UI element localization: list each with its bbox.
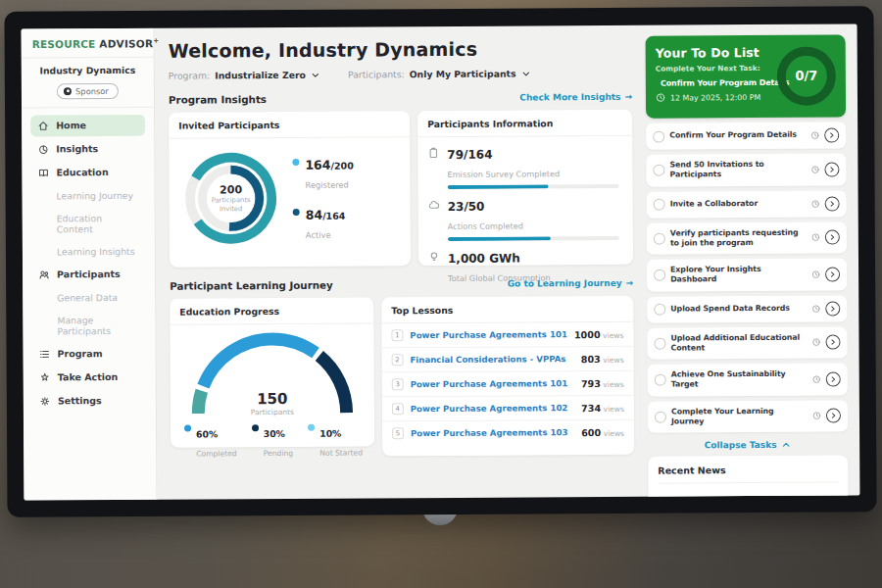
sidebar-item-learning-insights[interactable]: Learning Insights [31,240,146,262]
task-checkbox[interactable] [653,130,664,142]
task-chevron-button[interactable] [826,371,841,386]
task-checkbox[interactable] [654,304,665,316]
lesson-views: 803 views [581,353,624,364]
lesson-link[interactable]: Power Purchase Agreements 101 [410,329,567,340]
sidebar-item-settings[interactable]: Settings [32,389,147,412]
sidebar-item-education-content[interactable]: Education Content [31,207,146,239]
task-chevron-button[interactable] [825,335,840,350]
learning-cards-row: Education Progress 150 Participants 60%C… [170,296,634,458]
task-label: Confirm Your Program Details [669,130,806,141]
arrow-right-icon: → [624,92,632,102]
go-to-learning-journey-link[interactable]: Go to Learning Journey→ [508,278,634,289]
section-title: Participant Learning Journey [170,279,333,292]
task-chevron-button[interactable] [825,267,840,281]
sponsor-badge-label: Sponsor [75,86,109,96]
divider [22,56,154,58]
program-icon [39,348,51,360]
sponsor-badge[interactable]: Sponsor [57,83,119,99]
page-title: Welcome, Industry Dynamics [169,37,632,62]
task-chevron-button[interactable] [825,230,840,245]
program-filter[interactable]: Program: Industrialize Zero [169,70,320,81]
brand-logo[interactable]: RESOURCE ADVISOR+ [30,37,145,50]
clock-icon [812,412,821,420]
lesson-rank: 2 [391,354,403,366]
sidebar-item-learning-journey[interactable]: Learning Journey [31,184,146,206]
participants-filter-value: Only My Participants [410,69,516,80]
lesson-link[interactable]: Financial Considerations - VPPAs [410,354,573,365]
participants-information-card: Participants Information 79/164Emission … [417,110,633,266]
todo-next-task: Confirm Your Program Details [661,77,790,87]
sponsor-icon [64,87,72,95]
chevron-right-icon [828,270,837,278]
section-title: Program Insights [169,93,267,106]
invited-total: 200 [220,183,242,196]
chevron-right-icon [828,199,837,208]
sidebar-item-participants[interactable]: Participants [31,263,146,285]
lesson-link[interactable]: Power Purchase Agreements 103 [411,427,574,438]
task-checkbox[interactable] [655,374,666,386]
sponsor-badge-wrap: Sponsor [30,79,145,99]
todo-title: Your To Do List [656,45,771,61]
donut-legend: 164/200Registered 84/164Active [292,154,354,241]
stat-value: 79/164 [447,148,492,162]
collapse-tasks-link[interactable]: Collapse Tasks [648,440,848,451]
check-more-insights-link[interactable]: Check More Insights→ [519,92,632,103]
registered-label: Registered [305,179,348,189]
sidebar-item-program[interactable]: Program [31,342,146,365]
task-chevron-button[interactable] [824,162,839,176]
lesson-views-suffix: views [603,330,624,339]
task-row: Upload Additional Educational Content [647,326,847,360]
task-checkbox[interactable] [655,412,666,423]
lesson-link[interactable]: Power Purchase Agreements 102 [411,403,574,414]
sidebar-item-take-action[interactable]: Take Action [32,366,147,388]
participants-filter[interactable]: Participants: Only My Participants [348,68,531,79]
bulb-icon [428,251,440,263]
task-chevron-button[interactable] [825,301,840,316]
task-chevron-button[interactable] [824,128,839,143]
legend-registered: 164/200Registered [292,154,354,191]
lesson-views: 1000 views [574,328,624,339]
todo-summary-left: Your To Do List Complete Your Next Task:… [656,45,771,108]
learning-journey-header: Participant Learning Journey Go to Learn… [170,277,633,292]
education-gauge-chart: 150 Participants [178,331,366,416]
lesson-rank: 3 [392,378,404,390]
lesson-row: 4 Power Purchase Agreements 102 734 view… [382,396,634,422]
todo-next-task-row: Confirm Your Program Details [656,77,771,88]
task-checkbox[interactable] [654,199,665,211]
task-label: Complete Your Learning Journey [671,406,808,426]
task-checkbox[interactable] [654,232,665,244]
clock-icon [812,375,821,384]
task-checkbox[interactable] [654,270,665,281]
task-checkbox[interactable] [653,165,664,176]
sidebar-item-manage-participants[interactable]: Manage Participants [31,309,146,341]
legend-not-started: 10%Not Started [308,421,363,459]
legend-active: 84/164Active [293,204,355,241]
filter-row: Program: Industrialize Zero Participants… [169,68,632,81]
education-total: 150 [179,389,366,408]
sidebar-item-home[interactable]: Home [30,114,145,136]
task-checkbox[interactable] [654,337,665,349]
task-row: Explore Your Insights Dashboard [647,259,847,292]
sidebar-item-label: Settings [58,395,102,406]
sidebar-item-general-data[interactable]: General Data [31,286,146,308]
task-chevron-button[interactable] [826,409,841,423]
insights-cards-row: Invited Participants 200 ParticipantsInv… [169,110,633,268]
clipboard-icon [427,147,439,159]
legend-completed: 60%Completed [184,422,237,460]
task-row: Complete Your Learning Journey [648,400,848,433]
task-chevron-button[interactable] [825,196,840,211]
brand-resource: RESOURCE [32,38,96,50]
lesson-views-count: 793 [581,378,601,389]
lesson-link[interactable]: Power Purchase Agreements 101 [411,378,574,389]
clock-icon [811,270,820,278]
sidebar: RESOURCE ADVISOR+ Industry Dynamics Spon… [22,28,158,501]
chevron-up-icon [782,440,792,450]
sidebar-item-insights[interactable]: Insights [30,137,145,160]
actions-progress-bar [448,236,619,241]
task-row: Upload Spend Data Records [647,295,847,322]
clock-icon [811,233,820,242]
task-label: Upload Additional Educational Content [670,332,807,353]
sidebar-item-education[interactable]: Education [30,161,145,183]
not-started-label: Not Started [319,448,363,457]
emission-progress-fill [448,184,549,189]
